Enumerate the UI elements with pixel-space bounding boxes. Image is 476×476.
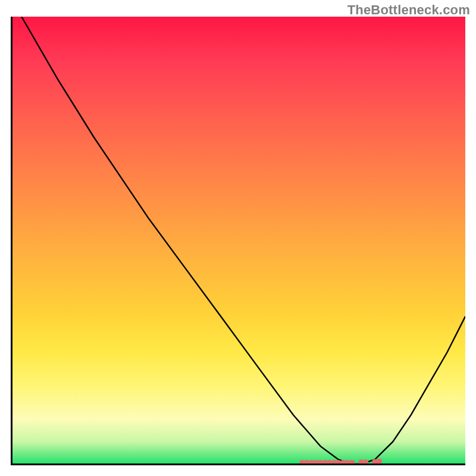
watermark-text: TheBottleneck.com [347, 2, 470, 18]
chart-wrapper: TheBottleneck.com [0, 0, 476, 476]
axes-frame [11, 17, 465, 465]
